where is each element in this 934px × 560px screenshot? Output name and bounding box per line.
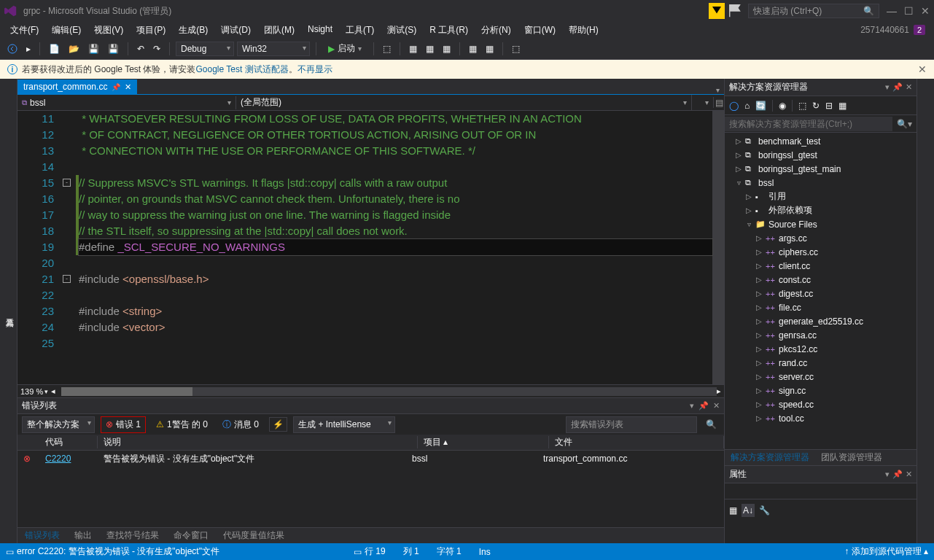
nav-back-button[interactable] xyxy=(4,42,20,56)
error-search-input[interactable]: 搜索错误列表 xyxy=(566,416,697,433)
col-project[interactable]: 项目 ▴ xyxy=(418,436,549,448)
se-properties-icon[interactable]: ▦ xyxy=(838,101,847,111)
menu-item[interactable]: 项目(P) xyxy=(131,23,171,38)
tree-node[interactable]: ▷⧉boringssl_gtest_main xyxy=(725,162,917,176)
panel-pin-icon[interactable]: 📌 xyxy=(698,401,709,411)
se-scope-icon[interactable]: ◉ xyxy=(779,101,786,111)
se-sync-icon[interactable]: 🔄 xyxy=(755,101,766,111)
infobar-link1[interactable]: Google Test 测试适配器 xyxy=(196,64,289,74)
tree-node[interactable]: ▷++speed.cc xyxy=(725,397,917,411)
se-pin-icon[interactable]: 📌 xyxy=(892,82,903,92)
panel-dropdown-icon[interactable]: ▾ xyxy=(690,401,694,411)
menu-item[interactable]: 团队(M) xyxy=(258,23,300,38)
document-tab-active[interactable]: transport_common.cc 📌 ✕ xyxy=(17,79,137,94)
se-close-icon[interactable]: ✕ xyxy=(906,82,912,92)
tree-node[interactable]: ▷++file.cc xyxy=(725,300,917,314)
status-error[interactable]: ▭ error C2220: 警告被视为错误 - 没有生成"object"文件 xyxy=(6,545,219,558)
errors-filter-button[interactable]: ⊗ 错误 1 xyxy=(101,416,146,433)
tree-node[interactable]: ▷⧉boringssl_gtest xyxy=(725,148,917,162)
toolbar-btn-2[interactable]: ▦ xyxy=(406,42,420,56)
feedback-icon[interactable] xyxy=(728,3,744,19)
bottom-tab[interactable]: 代码度量值结果 xyxy=(216,527,292,544)
tree-node[interactable]: ▷++args.cc xyxy=(725,231,917,245)
prop-az-icon[interactable]: A↓ xyxy=(742,504,755,517)
panel-close-icon[interactable]: ✕ xyxy=(713,401,720,411)
minimize-button[interactable]: — xyxy=(887,5,897,17)
menu-item[interactable]: Nsight xyxy=(302,23,338,38)
bottom-tab[interactable]: 输出 xyxy=(67,527,99,544)
se-dropdown-icon[interactable]: ▾ xyxy=(885,82,890,92)
tree-node[interactable]: ▷++client.cc xyxy=(725,259,917,273)
toolbar-btn-5[interactable]: ▦ xyxy=(466,42,480,56)
zoom-level[interactable]: 139 % xyxy=(20,387,43,396)
notification-icon[interactable] xyxy=(709,3,725,19)
tree-node[interactable]: ▷++digest.cc xyxy=(725,287,917,300)
menu-item[interactable]: 编辑(E) xyxy=(46,23,87,38)
tree-node[interactable]: ▷++rand.cc xyxy=(725,356,917,370)
new-project-button[interactable]: 📄 xyxy=(46,42,63,56)
scroll-left-icon[interactable]: ◂ xyxy=(51,386,55,396)
platform-dropdown[interactable]: Win32 xyxy=(237,42,310,56)
tree-node[interactable]: ▷++tool.cc xyxy=(725,411,917,425)
error-search-icon[interactable]: 🔍 xyxy=(703,419,720,429)
se-tab[interactable]: 团队资源管理器 xyxy=(815,449,888,466)
scroll-right-icon[interactable]: ▸ xyxy=(717,386,721,396)
config-dropdown[interactable]: Debug xyxy=(176,42,234,56)
toolbar-btn-6[interactable]: ▦ xyxy=(483,42,497,56)
error-code-link[interactable]: C2220 xyxy=(45,454,71,464)
nav-project-dropdown[interactable]: ⧉ bssl ▾ xyxy=(17,96,236,109)
menu-item[interactable]: 生成(B) xyxy=(173,23,214,38)
menu-item[interactable]: 分析(N) xyxy=(475,23,517,38)
se-search-icon[interactable]: 🔍▾ xyxy=(892,119,917,129)
menu-item[interactable]: 调试(D) xyxy=(215,23,257,38)
maximize-button[interactable]: ☐ xyxy=(904,5,914,17)
toolbar-btn-4[interactable]: ▦ xyxy=(440,42,454,56)
tree-node[interactable]: ▷++ciphers.cc xyxy=(725,245,917,259)
tree-node[interactable]: ▷++genrsa.cc xyxy=(725,328,917,342)
tree-node[interactable]: ▷++pkcs12.cc xyxy=(725,342,917,356)
se-search-input[interactable] xyxy=(725,117,892,131)
tree-node[interactable]: ▷▪引用 xyxy=(725,190,917,203)
close-button[interactable]: ✕ xyxy=(921,5,930,17)
col-code[interactable]: 代码 xyxy=(39,436,98,448)
tree-node[interactable]: ▿📁Source Files xyxy=(725,217,917,231)
infobar-close-button[interactable]: ✕ xyxy=(918,63,927,75)
menu-item[interactable]: 测试(S) xyxy=(381,23,422,38)
horizontal-scrollbar[interactable] xyxy=(61,387,717,396)
save-button[interactable]: 💾 xyxy=(85,42,102,56)
redo-button[interactable]: ↷ xyxy=(150,42,163,56)
prop-wrench-icon[interactable]: 🔧 xyxy=(759,505,770,516)
se-back-icon[interactable]: ◯ xyxy=(729,101,739,111)
col-desc[interactable]: 说明 xyxy=(98,436,418,448)
tree-node[interactable]: ▷++server.cc xyxy=(725,370,917,384)
open-file-button[interactable]: 📂 xyxy=(66,42,82,56)
bottom-tab[interactable]: 错误列表 xyxy=(17,527,67,544)
col-file[interactable]: 文件 xyxy=(549,436,724,448)
menu-item[interactable]: 工具(T) xyxy=(340,23,380,38)
nav-scope-dropdown[interactable]: (全局范围) ▾ xyxy=(236,95,692,110)
prop-selector[interactable] xyxy=(725,483,917,499)
undo-button[interactable]: ↶ xyxy=(134,42,147,56)
menu-item[interactable]: 帮助(H) xyxy=(563,23,604,38)
tree-node[interactable]: ▷⧉benchmark_test xyxy=(725,134,917,148)
prop-dropdown-icon[interactable]: ▾ xyxy=(885,470,890,479)
warnings-filter-button[interactable]: ⚠ 1警告 的 0 xyxy=(152,417,212,432)
save-all-button[interactable]: 💾 xyxy=(105,42,122,56)
prop-close-icon[interactable]: ✕ xyxy=(906,470,912,479)
messages-filter-button[interactable]: ⓘ 消息 0 xyxy=(218,417,263,432)
tree-node[interactable]: ▷++generate_ed25519.cc xyxy=(725,314,917,328)
toolbar-btn-1[interactable]: ⬚ xyxy=(380,42,394,56)
quick-launch-input[interactable]: 快速启动 (Ctrl+Q) 🔍 xyxy=(748,4,879,18)
tab-close-icon[interactable]: ✕ xyxy=(125,82,131,92)
status-source-control[interactable]: ↑ 添加到源代码管理 ▴ xyxy=(844,545,928,558)
se-collapse-icon[interactable]: ⊟ xyxy=(825,101,833,111)
toolbox-tab[interactable]: 工具箱 xyxy=(3,82,17,543)
menu-item[interactable]: 文件(F) xyxy=(4,23,44,38)
filter-icon[interactable]: ⚡ xyxy=(269,417,287,432)
se-showall-icon[interactable]: ⬚ xyxy=(798,101,806,111)
toolbar-btn-3[interactable]: ▦ xyxy=(423,42,437,56)
error-row[interactable]: ⊗ C2220 警告被视为错误 - 没有生成"object"文件 bssl tr… xyxy=(17,451,724,467)
menu-item[interactable]: R 工具(R) xyxy=(424,23,474,38)
tree-node[interactable]: ▷▪外部依赖项 xyxy=(725,203,917,217)
bottom-tab[interactable]: 查找符号结果 xyxy=(99,527,166,544)
